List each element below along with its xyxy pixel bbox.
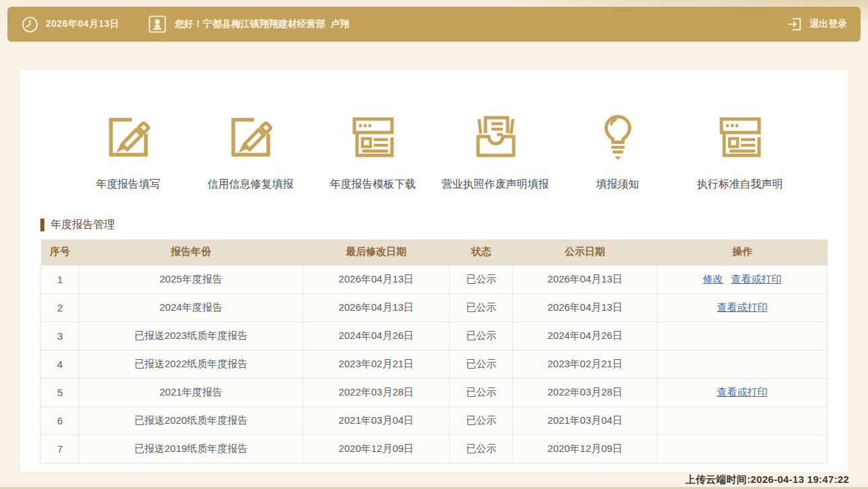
cell-last-modified: 2020年12月09日 xyxy=(303,435,450,463)
cell-status: 已公示 xyxy=(450,322,513,350)
current-date: 2026年04月13日 xyxy=(46,18,120,30)
shortcut-row: 年度报告填写 信用信息修复填报 xyxy=(40,70,828,192)
cell-publish-date: 2022年03月28日 xyxy=(512,378,657,406)
shortcut-template-download[interactable]: 年度报告模板下载 xyxy=(312,112,434,192)
cell-index: 5 xyxy=(41,378,79,406)
cell-index: 2 xyxy=(41,293,79,322)
standard-declaration-icon xyxy=(715,112,766,163)
user-group: 您好！宁都县梅江镇翔翔建材经营部 卢翔 xyxy=(148,15,350,34)
table-row: 1 2025年度报告 2026年04月13日 已公示 2026年04月13日 修… xyxy=(41,265,828,293)
cell-last-modified: 2026年04月13日 xyxy=(303,293,450,322)
date-group: 2026年04月13日 xyxy=(21,15,120,34)
table-row: 6 已报送2020纸质年度报告 2021年03月04日 已公示 2021年03月… xyxy=(41,406,828,435)
edit-report-icon xyxy=(103,112,154,163)
col-header-publish-date: 公示日期 xyxy=(512,239,657,265)
cell-last-modified: 2022年03月28日 xyxy=(303,378,450,406)
cell-status: 已公示 xyxy=(450,406,513,435)
shortcut-standard-declaration[interactable]: 执行标准自我声明 xyxy=(679,112,801,192)
shortcut-label: 营业执照作废声明填报 xyxy=(442,177,549,192)
cell-index: 7 xyxy=(41,435,79,463)
annual-report-table: 序号 报告年份 最后修改日期 状态 公示日期 操作 1 2025年度报告 202… xyxy=(40,239,828,463)
template-download-icon xyxy=(348,112,399,163)
cell-last-modified: 2023年02月21日 xyxy=(303,350,450,378)
shortcut-label: 填报须知 xyxy=(596,177,639,192)
table-row: 2 2024年度报告 2026年04月13日 已公示 2026年04月13日 查… xyxy=(41,293,828,322)
cell-operations: 查看或打印 xyxy=(658,378,828,406)
table-row: 4 已报送2022纸质年度报告 2023年02月21日 已公示 2023年02月… xyxy=(41,350,828,378)
cell-index: 1 xyxy=(41,265,79,293)
upload-time-text: 上传云端时间:2026-04-13 19:47:22 xyxy=(685,474,849,486)
cell-report-year: 已报送2023纸质年度报告 xyxy=(79,322,303,350)
shortcut-label: 年度报告填写 xyxy=(96,177,161,192)
cell-publish-date: 2026年04月13日 xyxy=(512,293,657,322)
table-header-row: 序号 报告年份 最后修改日期 状态 公示日期 操作 xyxy=(41,239,828,265)
shortcut-license-invalidation[interactable]: 营业执照作废声明填报 xyxy=(434,112,557,192)
cell-operations xyxy=(658,435,828,463)
cell-publish-date: 2024年04月26日 xyxy=(512,322,657,350)
cell-last-modified: 2026年04月13日 xyxy=(303,265,450,293)
shortcut-filing-notice[interactable]: 填报须知 xyxy=(557,112,679,192)
col-header-report-year: 报告年份 xyxy=(79,239,303,265)
cell-operations: 查看或打印 xyxy=(658,293,828,322)
cell-report-year: 2025年度报告 xyxy=(79,265,303,293)
table-row: 7 已报送2019纸质年度报告 2020年12月09日 已公示 2020年12月… xyxy=(41,435,828,463)
cell-status: 已公示 xyxy=(450,293,513,322)
cell-operations xyxy=(658,322,828,350)
table-row: 3 已报送2023纸质年度报告 2024年04月26日 已公示 2024年04月… xyxy=(41,322,828,350)
cell-report-year: 已报送2020纸质年度报告 xyxy=(79,406,303,435)
shortcut-credit-repair[interactable]: 信用信息修复填报 xyxy=(190,112,312,192)
cell-report-year: 已报送2019纸质年度报告 xyxy=(79,435,303,463)
cell-index: 3 xyxy=(41,322,79,350)
cell-index: 6 xyxy=(41,406,79,435)
notice-icon xyxy=(592,112,643,163)
greeting-text: 您好！宁都县梅江镇翔翔建材经营部 卢翔 xyxy=(175,18,350,30)
cell-operations xyxy=(658,406,828,435)
cell-status: 已公示 xyxy=(450,265,513,293)
shortcut-label: 信用信息修复填报 xyxy=(208,177,294,192)
user-avatar-icon xyxy=(148,15,167,34)
cell-publish-date: 2020年12月09日 xyxy=(512,435,657,463)
clock-icon xyxy=(21,15,39,34)
section-header: 年度报告管理 xyxy=(40,217,828,232)
section-marker-bar xyxy=(40,219,44,231)
shortcut-label: 执行标准自我声明 xyxy=(697,177,783,192)
cell-last-modified: 2024年04月26日 xyxy=(303,322,450,350)
cell-status: 已公示 xyxy=(450,435,513,463)
cell-publish-date: 2026年04月13日 xyxy=(512,265,657,293)
cell-operations: 修改查看或打印 xyxy=(658,265,828,293)
cell-publish-date: 2023年02月21日 xyxy=(512,350,657,378)
cell-publish-date: 2021年03月04日 xyxy=(512,406,657,435)
cell-report-year: 2024年度报告 xyxy=(79,293,303,322)
table-row: 5 2021年度报告 2022年03月28日 已公示 2022年03月28日 查… xyxy=(41,378,828,406)
license-invalidation-icon xyxy=(470,112,521,163)
logout-button[interactable]: 退出登录 xyxy=(786,15,847,33)
view-or-print-link[interactable]: 查看或打印 xyxy=(717,301,768,313)
top-bar: 2026年04月13日 您好！宁都县梅江镇翔翔建材经营部 卢翔 退出登录 xyxy=(7,7,861,42)
logout-icon xyxy=(786,15,803,33)
view-or-print-link[interactable]: 查看或打印 xyxy=(732,273,782,285)
section-title: 年度报告管理 xyxy=(50,218,115,232)
cell-index: 4 xyxy=(41,350,79,378)
logout-label: 退出登录 xyxy=(810,18,847,30)
cell-report-year: 2021年度报告 xyxy=(79,378,303,406)
credit-repair-icon xyxy=(225,112,276,163)
shortcut-label: 年度报告模板下载 xyxy=(330,177,416,192)
cell-status: 已公示 xyxy=(450,350,513,378)
cell-operations xyxy=(658,350,828,378)
col-header-status: 状态 xyxy=(450,239,513,265)
col-header-last-modified: 最后修改日期 xyxy=(303,239,450,265)
main-card: 年度报告填写 信用信息修复填报 xyxy=(19,69,849,473)
cell-last-modified: 2021年03月04日 xyxy=(303,406,450,435)
modify-link[interactable]: 修改 xyxy=(703,273,723,285)
shortcut-annual-report-fill[interactable]: 年度报告填写 xyxy=(67,112,190,192)
cell-report-year: 已报送2022纸质年度报告 xyxy=(79,350,303,378)
view-or-print-link[interactable]: 查看或打印 xyxy=(717,386,768,398)
col-header-operations: 操作 xyxy=(658,239,828,265)
cell-status: 已公示 xyxy=(450,378,513,406)
col-header-index: 序号 xyxy=(41,239,79,265)
